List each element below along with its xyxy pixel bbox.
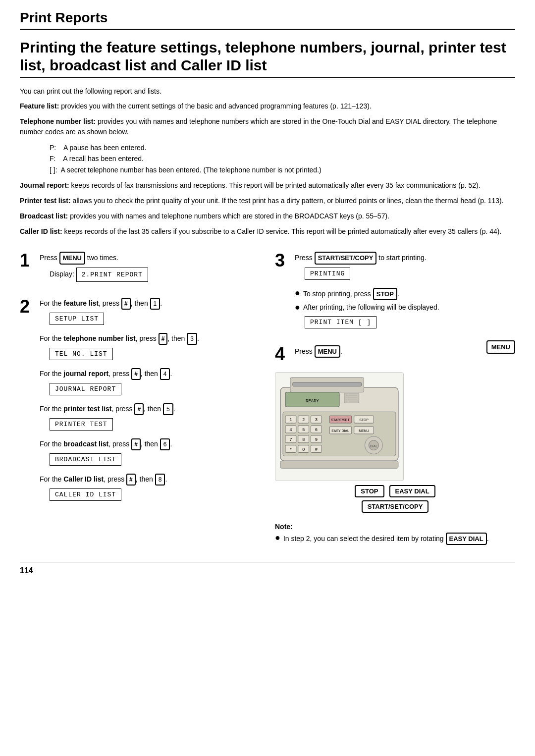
note-text: In step 2, you can select the desired it… — [283, 533, 489, 545]
svg-text:STOP: STOP — [359, 418, 369, 422]
step-2-feature: For the feature list, press #, then 1. — [40, 298, 260, 310]
step-2-telephone: For the telephone number list, press #, … — [40, 333, 260, 345]
svg-text:2: 2 — [302, 417, 305, 422]
steps-container: 1 Press MENU two times. Display: 2.PRINT… — [20, 252, 515, 547]
printer-test-label: Printer test list: — [20, 197, 71, 205]
caller-id-label: Caller ID list: — [20, 227, 62, 235]
bottom-buttons: STOP EASY DIAL — [275, 485, 515, 497]
display-printing: PRINTING — [305, 268, 350, 280]
display-print-report: 2.PRINT REPORT — [76, 268, 148, 282]
num-key-4: 4 — [160, 368, 170, 380]
note-bullet-dot: ● — [275, 533, 280, 545]
display-print-item: PRINT ITEM [ ] — [305, 316, 376, 328]
page-title: Print Reports — [20, 10, 107, 25]
broadcast-text: provides you with names and telephone nu… — [70, 212, 389, 220]
num-key-8: 8 — [155, 474, 165, 486]
display-broadcast-list: BROADCAST LIST — [50, 453, 121, 466]
start-set-copy-key: START/SET/COPY — [315, 252, 377, 265]
telephone-list-label: Telephone number list: — [20, 117, 96, 125]
note-bullet: ● In step 2, you can select the desired … — [275, 533, 515, 545]
hash-key-1: # — [121, 298, 131, 310]
step-2-printer-bold: printer test list — [63, 405, 111, 413]
menu-key-4: MENU — [315, 345, 340, 358]
stop-key: STOP — [373, 288, 397, 301]
section-broadcast: Broadcast list: provides you with names … — [20, 211, 515, 221]
svg-text:8: 8 — [302, 437, 305, 442]
num-key-5: 5 — [163, 403, 173, 415]
step-1: 1 Press MENU two times. Display: 2.PRINT… — [20, 252, 260, 289]
bullet-after: ● After printing, the following will be … — [295, 302, 515, 313]
step-2-content: For the feature list, press #, then 1. S… — [40, 298, 260, 509]
num-key-1: 1 — [150, 298, 160, 310]
hash-key-5: # — [134, 403, 144, 415]
step-2-caller-bold: Caller ID list — [63, 475, 104, 483]
bullet-stop-text: To stop printing, press STOP. — [303, 288, 399, 301]
broadcast-label: Broadcast list: — [20, 212, 68, 220]
fax-svg: READY 1 2 3 4 5 — [275, 373, 403, 481]
section-printer-test: Printer test list: allows you to check t… — [20, 196, 515, 206]
step-1-text: Press MENU two times. — [40, 252, 260, 265]
bullet-after-text: After printing, the following will be di… — [303, 302, 439, 313]
step-2-broadcast-bold: broadcast list — [63, 440, 108, 448]
svg-text:START/SET: START/SET — [331, 418, 350, 422]
svg-text:4: 4 — [289, 427, 292, 432]
step-2-printer: For the printer test list, press #, then… — [40, 403, 260, 415]
step-2: 2 For the feature list, press #, then 1.… — [20, 298, 260, 509]
svg-text:DIAL: DIAL — [370, 444, 378, 447]
svg-text:5: 5 — [302, 427, 305, 432]
svg-rect-46 — [280, 461, 398, 468]
menu-key-1: MENU — [59, 252, 85, 265]
step-2-caller: For the Caller ID list, press #, then 8. — [40, 474, 260, 486]
main-heading: Printing the feature settings, telephone… — [20, 39, 515, 79]
svg-text:6: 6 — [315, 427, 318, 432]
page-header: Print Reports — [20, 10, 515, 30]
step-3-number: 3 — [275, 252, 290, 270]
easy-dial-button-label: EASY DIAL — [389, 485, 435, 497]
step-2-telephone-bold: telephone number list — [63, 334, 135, 342]
step-2-broadcast: For the broadcast list, press #, then 6. — [40, 438, 260, 450]
steps-right: 3 Press START/SET/COPY to start printing… — [275, 252, 515, 547]
step-4-number: 4 — [275, 345, 290, 363]
caller-id-text: keeps records of the last 35 callers if … — [64, 227, 501, 235]
easy-dial-note-key: EASY DIAL — [446, 533, 487, 545]
svg-text:#: # — [315, 446, 318, 451]
svg-rect-5 — [344, 393, 359, 403]
display-caller-id-list: CALLER ID LIST — [50, 488, 121, 501]
step-3: 3 Press START/SET/COPY to start printing… — [275, 252, 515, 336]
intro-text: You can print out the following report a… — [20, 87, 515, 95]
section-caller-id: Caller ID list: keeps records of the las… — [20, 226, 515, 237]
bullet-dot-2: ● — [295, 302, 300, 313]
svg-text:READY: READY — [306, 399, 319, 404]
hash-key-4: # — [131, 368, 141, 380]
journal-text: keeps records of fax transmissions and r… — [71, 181, 480, 189]
section-journal: Journal report: keeps records of fax tra… — [20, 180, 515, 191]
step-2-journal-bold: journal report — [63, 370, 108, 378]
bullet-dot-1: ● — [295, 288, 300, 301]
section-feature-list: Feature list: provides you with the curr… — [20, 101, 515, 111]
svg-text:3: 3 — [315, 417, 318, 422]
hash-key-8: # — [126, 474, 136, 486]
hash-key-6: # — [131, 438, 141, 450]
stop-button-label: STOP — [355, 485, 384, 497]
step-1-number: 1 — [20, 252, 35, 270]
steps-left: 1 Press MENU two times. Display: 2.PRINT… — [20, 252, 260, 547]
num-key-3: 3 — [187, 333, 197, 345]
note-section: Note: ● In step 2, you can select the de… — [275, 523, 515, 545]
svg-rect-2 — [293, 382, 362, 386]
printer-test-text: allows you to check the print quality of… — [73, 197, 504, 205]
num-key-6: 6 — [160, 438, 170, 450]
indent-f: F: A recall has been entered. — [50, 153, 515, 164]
svg-text:9: 9 — [315, 437, 318, 442]
telephone-indent: P: A pause has been entered. F: A recall… — [50, 142, 515, 175]
journal-label: Journal report: — [20, 181, 69, 189]
display-setup-list: SETUP LIST — [50, 313, 104, 325]
step-4: 4 Press MENU. MENU — [275, 345, 515, 363]
indent-p: P: A pause has been entered. — [50, 142, 515, 153]
step-1-display-label: Display: 2.PRINT REPORT — [50, 268, 260, 286]
start-set-copy-button-label: START/SET/COPY — [362, 500, 429, 513]
step-4-content: Press MENU. MENU — [295, 345, 515, 361]
svg-text:7: 7 — [289, 437, 292, 442]
fax-machine-illustration: READY 1 2 3 4 5 — [275, 372, 404, 481]
svg-text:EASY DIAL: EASY DIAL — [331, 429, 349, 432]
step-3-content: Press START/SET/COPY to start printing. … — [295, 252, 515, 336]
